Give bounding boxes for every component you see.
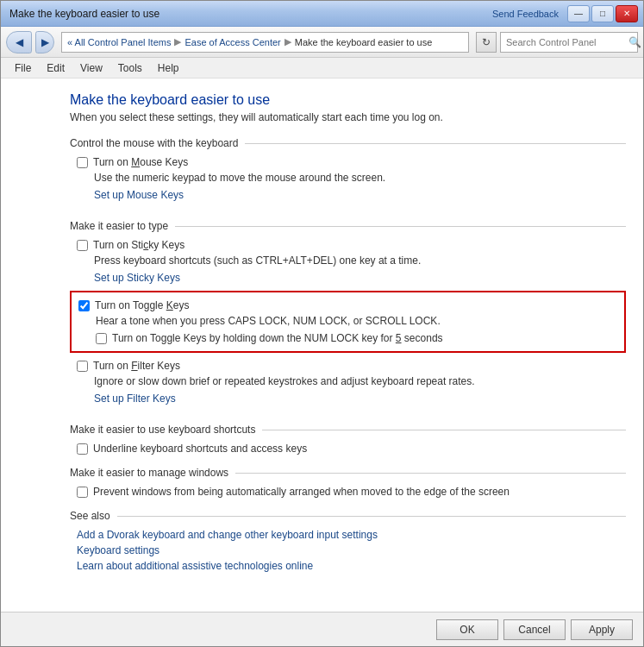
page-title: Make the keyboard easier to use xyxy=(70,92,626,108)
mouse-keys-row: Turn on Mouse Keys xyxy=(77,156,626,168)
shortcuts-section: Make it easier to use keyboard shortcuts… xyxy=(70,424,626,455)
mouse-section: Control the mouse with the keyboard Turn… xyxy=(70,137,626,208)
mouse-keys-description: Use the numeric keypad to move the mouse… xyxy=(94,172,626,184)
toggle-keys-row: Turn on Toggle Keys xyxy=(78,299,617,311)
address-bar: « All Control Panel Items ▶ Ease of Acce… xyxy=(61,32,469,53)
toggle-keys-sub-label[interactable]: Turn on Toggle Keys by holding down the … xyxy=(112,332,443,344)
toggle-keys-description: Hear a tone when you press CAPS LOCK, NU… xyxy=(96,315,617,327)
underline-shortcuts-row: Underline keyboard shortcuts and access … xyxy=(77,443,626,455)
menu-file[interactable]: File xyxy=(8,60,38,77)
menu-edit[interactable]: Edit xyxy=(40,60,72,77)
minimize-button[interactable]: — xyxy=(567,5,590,22)
sticky-keys-label[interactable]: Turn on Sticky Keys xyxy=(93,239,184,251)
underline-shortcuts-label[interactable]: Underline keyboard shortcuts and access … xyxy=(93,443,307,455)
toggle-keys-label[interactable]: Turn on Toggle Keys xyxy=(95,299,189,311)
windows-section: Make it easier to manage windows Prevent… xyxy=(70,467,626,498)
search-input[interactable] xyxy=(506,37,625,47)
filter-keys-row: Turn on Filter Keys xyxy=(77,360,626,372)
menu-view[interactable]: View xyxy=(73,60,109,77)
close-button[interactable]: ✕ xyxy=(616,5,638,22)
prevent-arrange-label[interactable]: Prevent windows from being automatically… xyxy=(93,486,510,498)
see-also-link-2[interactable]: Keyboard settings xyxy=(77,544,626,556)
page-subtitle: When you select these settings, they wil… xyxy=(70,111,626,123)
toggle-keys-section: Turn on Toggle Keys Hear a tone when you… xyxy=(70,291,626,353)
see-also-header: See also xyxy=(70,510,626,522)
filter-keys-checkbox[interactable] xyxy=(77,361,88,372)
type-section: Make it easier to type Turn on Sticky Ke… xyxy=(70,220,626,411)
address-sep1: ▶ xyxy=(174,36,181,47)
menu-tools[interactable]: Tools xyxy=(111,60,149,77)
sticky-keys-checkbox[interactable] xyxy=(77,240,88,251)
title-bar: Make the keyboard easier to use Send Fee… xyxy=(1,1,643,27)
mouse-section-header: Control the mouse with the keyboard xyxy=(70,137,626,149)
address-part2[interactable]: Ease of Access Center xyxy=(184,37,280,47)
windows-section-header: Make it easier to manage windows xyxy=(70,467,626,479)
address-part1[interactable]: « All Control Panel Items xyxy=(67,37,171,47)
toggle-keys-checkbox[interactable] xyxy=(78,300,90,311)
prevent-arrange-checkbox[interactable] xyxy=(77,487,88,498)
mouse-keys-setup-link[interactable]: Set up Mouse Keys xyxy=(94,189,184,201)
ok-button[interactable]: OK xyxy=(436,619,498,640)
search-icon: 🔍 xyxy=(628,36,641,48)
type-section-header: Make it easier to type xyxy=(70,220,626,232)
filter-keys-setup-link[interactable]: Set up Filter Keys xyxy=(94,393,176,405)
address-sep2: ▶ xyxy=(284,36,291,47)
bottom-bar: OK Cancel Apply xyxy=(1,612,643,646)
toggle-keys-sub-row: Turn on Toggle Keys by holding down the … xyxy=(96,332,617,344)
toggle-keys-sub-checkbox[interactable] xyxy=(96,333,107,344)
refresh-button[interactable]: ↻ xyxy=(476,32,497,53)
mouse-keys-label[interactable]: Turn on Mouse Keys xyxy=(93,156,188,168)
forward-button[interactable]: ▶ xyxy=(35,31,54,53)
filter-keys-label[interactable]: Turn on Filter Keys xyxy=(93,360,180,372)
mouse-keys-checkbox[interactable] xyxy=(77,157,88,168)
sticky-keys-description: Press keyboard shortcuts (such as CTRL+A… xyxy=(94,254,626,267)
menu-bar: File Edit View Tools Help xyxy=(1,58,643,79)
see-also-link-1[interactable]: Add a Dvorak keyboard and change other k… xyxy=(77,529,626,541)
shortcuts-section-header: Make it easier to use keyboard shortcuts xyxy=(70,424,626,436)
nav-bar: ◀ ▶ « All Control Panel Items ▶ Ease of … xyxy=(1,27,643,58)
filter-keys-description: Ignore or slow down brief or repeated ke… xyxy=(94,375,626,387)
title-bar-left: Make the keyboard easier to use xyxy=(9,8,159,20)
back-button[interactable]: ◀ xyxy=(6,31,32,53)
forward-icon: ▶ xyxy=(41,36,49,48)
apply-button[interactable]: Apply xyxy=(571,619,633,640)
maximize-button[interactable]: □ xyxy=(591,5,614,22)
prevent-arrange-row: Prevent windows from being automatically… xyxy=(77,486,626,498)
see-also-link-3[interactable]: Learn about additional assistive technol… xyxy=(77,560,626,572)
underline-shortcuts-checkbox[interactable] xyxy=(77,443,88,455)
title-bar-right: Send Feedback — □ ✕ xyxy=(492,5,638,22)
address-part3: Make the keyboard easier to use xyxy=(295,37,433,47)
title-bar-text: Make the keyboard easier to use xyxy=(9,8,159,20)
sticky-keys-row: Turn on Sticky Keys xyxy=(77,239,626,251)
menu-help[interactable]: Help xyxy=(151,60,186,77)
back-icon: ◀ xyxy=(16,36,23,48)
search-box: 🔍 xyxy=(500,32,638,53)
main-window: Make the keyboard easier to use Send Fee… xyxy=(0,0,644,647)
sticky-keys-setup-link[interactable]: Set up Sticky Keys xyxy=(94,272,180,284)
send-feedback-link[interactable]: Send Feedback xyxy=(492,9,559,19)
main-content: Make the keyboard easier to use When you… xyxy=(1,79,643,612)
see-also-section: See also Add a Dvorak keyboard and chang… xyxy=(70,510,626,572)
cancel-button[interactable]: Cancel xyxy=(503,619,566,640)
